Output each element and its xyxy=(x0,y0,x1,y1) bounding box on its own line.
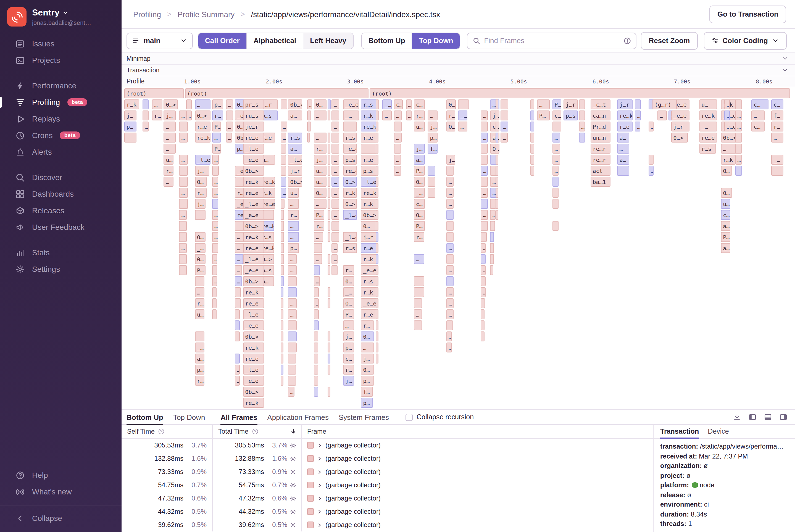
flame-frame[interactable] xyxy=(212,199,219,209)
flame-frame[interactable]: … xyxy=(195,99,210,109)
flame-frame[interactable]: … xyxy=(332,121,339,132)
flame-frame[interactable] xyxy=(212,166,219,176)
sidebar-item-alerts[interactable]: Alerts xyxy=(0,144,121,160)
flame-frame[interactable] xyxy=(414,320,422,330)
flame-frame[interactable]: p… xyxy=(212,99,223,109)
flame-frame[interactable]: O… xyxy=(447,121,455,132)
flame-frame[interactable]: … xyxy=(406,111,412,120)
flame-frame[interactable]: 0… xyxy=(414,177,425,187)
info-icon[interactable] xyxy=(624,37,631,44)
flame-frame[interactable] xyxy=(376,155,379,165)
flame-frame[interactable] xyxy=(179,254,187,264)
flame-frame[interactable]: j… xyxy=(124,111,136,120)
chevron-right-icon[interactable] xyxy=(317,522,322,527)
flame-frame[interactable]: r… xyxy=(288,210,299,220)
flame-frame[interactable] xyxy=(376,177,379,187)
flame-frame[interactable] xyxy=(376,144,379,154)
flame-frame[interactable]: P… xyxy=(314,210,324,220)
flame-frame[interactable]: _… xyxy=(343,111,359,120)
flame-frame[interactable]: P… xyxy=(195,265,206,275)
flame-frame[interactable]: O… xyxy=(195,232,206,242)
flame-frame[interactable] xyxy=(428,177,436,187)
sidebar-item-issues[interactable]: Issues xyxy=(0,35,121,52)
flame-frame[interactable] xyxy=(332,144,339,154)
sidebar-item-help[interactable]: Help xyxy=(0,467,121,483)
table-row[interactable]: 44.32ms0.5%44.32ms0.5%(garbage collector… xyxy=(121,505,653,518)
thread-select[interactable]: main xyxy=(127,32,193,49)
flame-frame[interactable] xyxy=(280,210,284,220)
flame-frame[interactable] xyxy=(579,99,585,109)
flame-frame[interactable]: j… xyxy=(164,111,176,120)
flame-frame[interactable]: p… xyxy=(124,121,136,132)
flame-frame[interactable]: r…k xyxy=(124,99,139,109)
flame-frame[interactable]: … xyxy=(447,199,454,209)
flame-frame[interactable]: P… xyxy=(414,221,425,231)
flame-frame[interactable]: … xyxy=(500,121,508,132)
gear-icon[interactable] xyxy=(287,442,298,449)
flame-frame[interactable]: r… xyxy=(414,232,424,242)
flame-frame[interactable]: … xyxy=(414,309,422,319)
flame-frame[interactable] xyxy=(618,166,629,176)
flame-frame[interactable]: … xyxy=(724,111,730,120)
flame-frame[interactable] xyxy=(481,254,486,264)
flame-frame[interactable]: re…e xyxy=(243,243,264,253)
flame-frame[interactable]: r…k xyxy=(361,111,377,120)
sidebar-item-profiling[interactable]: Profilingbeta xyxy=(0,94,121,111)
gear-icon[interactable] xyxy=(287,481,298,489)
reset-zoom-button[interactable]: Reset Zoom xyxy=(641,32,698,50)
flame-frame[interactable] xyxy=(428,188,436,198)
flame-frame[interactable]: … xyxy=(314,199,326,209)
flame-frame[interactable]: _l…e xyxy=(343,232,357,242)
flame-frame[interactable]: re…k xyxy=(243,232,264,242)
flame-frame[interactable] xyxy=(376,210,379,220)
flame-frame[interactable] xyxy=(447,166,454,176)
chevron-right-icon[interactable] xyxy=(317,443,322,448)
flame-frame[interactable]: P… xyxy=(212,121,221,132)
flame-frame[interactable] xyxy=(496,166,498,176)
flame-frame[interactable]: j…r xyxy=(618,99,632,109)
flame-frame[interactable]: … xyxy=(314,133,326,142)
go-to-transaction-button[interactable]: Go to Transaction xyxy=(709,5,786,23)
flame-frame[interactable]: … xyxy=(314,298,319,308)
flame-frame[interactable]: r…k xyxy=(343,188,357,198)
flame-frame[interactable]: 0… xyxy=(721,188,732,198)
flame-frame[interactable]: … xyxy=(481,265,486,275)
flame-frame[interactable]: re…k xyxy=(361,188,377,198)
flame-frame[interactable]: r…k xyxy=(721,155,735,165)
flame-frame[interactable] xyxy=(481,199,488,209)
flame-frame[interactable]: re…k xyxy=(699,111,717,120)
flame-frame[interactable]: r… xyxy=(314,221,324,231)
flame-frame[interactable] xyxy=(500,99,508,109)
flame-frame[interactable] xyxy=(500,111,508,120)
flame-frame[interactable] xyxy=(328,111,330,120)
flame-frame[interactable] xyxy=(187,99,192,109)
flame-frame[interactable]: P… xyxy=(537,111,550,120)
flame-frame[interactable]: 0…> xyxy=(671,133,688,142)
total-time-header[interactable]: Total Time xyxy=(213,425,302,438)
flame-frame[interactable] xyxy=(735,144,742,154)
flame-frame[interactable]: P… xyxy=(414,166,425,176)
sidebar-item-projects[interactable]: Projects xyxy=(0,52,121,69)
flame-frame[interactable]: _… xyxy=(458,111,467,120)
flame-frame[interactable] xyxy=(288,354,296,363)
details-tab-transaction[interactable]: Transaction xyxy=(660,425,699,438)
flame-frame[interactable]: … xyxy=(447,343,452,353)
flame-frame[interactable]: r…s xyxy=(361,99,377,109)
flame-frame[interactable] xyxy=(481,331,485,341)
flame-frame[interactable] xyxy=(579,111,585,120)
flame-frame[interactable]: p…s xyxy=(564,111,578,120)
search-input[interactable] xyxy=(484,36,620,45)
flame-frame[interactable] xyxy=(481,320,485,330)
flame-frame[interactable] xyxy=(314,243,322,253)
flame-frame[interactable]: … xyxy=(179,188,188,198)
flame-frame[interactable] xyxy=(314,320,319,330)
flame-frame[interactable]: _… xyxy=(343,287,354,297)
tab-application-frames[interactable]: Application Frames xyxy=(267,410,329,424)
flame-frame[interactable]: _e…e xyxy=(243,210,264,220)
flame-frame[interactable] xyxy=(212,287,216,297)
flame-frame[interactable]: _… xyxy=(414,188,425,198)
flame-frame[interactable]: r…e xyxy=(361,309,377,319)
flame-frame[interactable] xyxy=(280,331,283,341)
flame-frame[interactable]: _e…e xyxy=(243,320,264,330)
flame-frame[interactable]: 0…> xyxy=(164,99,178,109)
